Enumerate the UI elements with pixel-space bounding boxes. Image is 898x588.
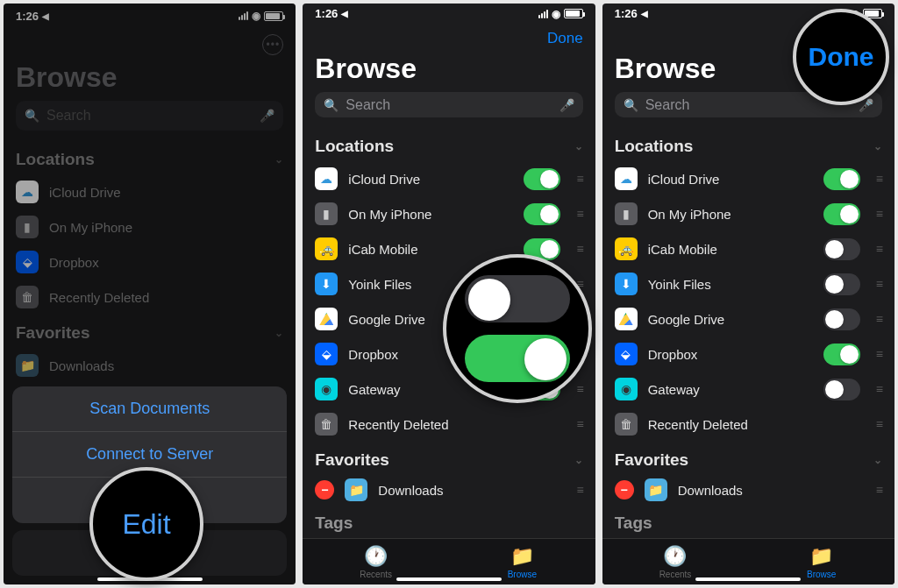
sheet-scan-documents[interactable]: Scan Documents <box>12 386 287 432</box>
remove-icon[interactable]: − <box>315 480 334 499</box>
clock-icon: 🕐 <box>663 545 687 568</box>
location-row-iphone[interactable]: ▮On My iPhone≡ <box>303 196 595 231</box>
location-label: iCab Mobile <box>648 242 813 257</box>
chevron-down-icon: ⌄ <box>574 454 583 466</box>
toggle-iphone[interactable] <box>823 203 860 225</box>
search-icon: 🔍 <box>324 98 339 112</box>
location-row-yoink[interactable]: ⬇Yoink Files≡ <box>602 266 894 301</box>
chevron-down-icon: ⌄ <box>873 140 882 152</box>
dropbox-icon: ⬙ <box>315 343 338 365</box>
drag-handle-icon[interactable]: ≡ <box>876 347 882 361</box>
icab-icon: 🚕 <box>615 237 638 260</box>
remove-icon[interactable]: − <box>615 480 634 499</box>
favorites-header[interactable]: Favorites ⌄ <box>303 442 595 475</box>
drag-handle-icon[interactable]: ≡ <box>576 417 582 431</box>
location-label: Google Drive <box>648 312 813 327</box>
status-time: 1:26 <box>615 7 638 20</box>
toggle-gdrive[interactable] <box>823 308 860 330</box>
folder-icon: 📁 <box>645 478 667 501</box>
drag-handle-icon[interactable]: ≡ <box>876 312 882 326</box>
location-row-icloud[interactable]: ☁iCloud Drive≡ <box>602 161 894 196</box>
location-icon: ◀ <box>641 9 648 18</box>
wifi-icon: ◉ <box>552 8 560 20</box>
location-label: Recently Deleted <box>348 417 513 432</box>
folder-icon: 📁 <box>510 545 534 568</box>
location-row-gdrive[interactable]: Google Drive≡ <box>602 301 894 337</box>
location-label: On My iPhone <box>648 207 813 222</box>
search-icon: 🔍 <box>624 98 638 112</box>
location-row-trash[interactable]: 🗑Recently Deleted≡ <box>303 407 595 442</box>
folder-icon: 📁 <box>809 545 833 568</box>
location-label: iCloud Drive <box>648 172 813 187</box>
chevron-down-icon: ⌄ <box>873 454 882 466</box>
status-bar: 1:26 ◀ ◉ <box>303 4 595 25</box>
dropbox-icon: ⬙ <box>615 343 638 365</box>
locations-header[interactable]: Locations ⌄ <box>602 128 894 161</box>
location-row-dropbox[interactable]: ⬙Dropbox≡ <box>602 337 894 372</box>
favorite-downloads[interactable]: − 📁 Downloads ≡ <box>602 475 894 505</box>
tags-header[interactable]: Tags <box>303 505 595 538</box>
drag-handle-icon[interactable]: ≡ <box>576 242 582 256</box>
home-indicator[interactable] <box>396 577 502 581</box>
tags-header[interactable]: Tags <box>602 505 894 538</box>
location-label: Yoink Files <box>648 277 813 292</box>
done-button[interactable]: Done <box>547 30 583 47</box>
locations-header[interactable]: Locations ⌄ <box>303 128 595 161</box>
drag-handle-icon[interactable]: ≡ <box>576 172 582 186</box>
search-field[interactable]: 🔍 Search 🎤 <box>315 92 582 117</box>
yoink-icon: ⬇ <box>315 273 338 295</box>
location-label: Dropbox <box>648 347 813 362</box>
big-toggle-on <box>465 335 570 382</box>
iphone-icon: ▮ <box>315 202 338 225</box>
folder-icon: 📁 <box>345 478 367 501</box>
home-indicator[interactable] <box>695 577 801 581</box>
clock-icon: 🕐 <box>364 545 388 568</box>
toggle-gateway[interactable] <box>823 379 860 400</box>
toggle-yoink[interactable] <box>823 273 860 295</box>
drag-handle-icon[interactable]: ≡ <box>576 483 582 497</box>
location-label: iCab Mobile <box>348 242 513 257</box>
drag-handle-icon[interactable]: ≡ <box>576 207 582 221</box>
drag-handle-icon[interactable]: ≡ <box>876 417 882 431</box>
toggle-iphone[interactable] <box>524 203 560 225</box>
favorite-downloads[interactable]: − 📁 Downloads ≡ <box>303 475 595 505</box>
status-time: 1:26 <box>315 7 338 20</box>
toggle-icloud[interactable] <box>823 168 860 190</box>
battery-icon <box>564 9 583 18</box>
mic-icon: 🎤 <box>559 98 574 112</box>
callout-edit: Edit <box>89 467 203 581</box>
search-placeholder: Search <box>346 97 552 113</box>
location-row-iphone[interactable]: ▮On My iPhone≡ <box>602 196 894 231</box>
drag-handle-icon[interactable]: ≡ <box>576 382 582 396</box>
location-label: Recently Deleted <box>648 417 813 432</box>
gateway-icon: ◉ <box>315 378 338 400</box>
icab-icon: 🚕 <box>315 237 338 260</box>
icloud-icon: ☁ <box>315 167 338 190</box>
location-label: On My iPhone <box>348 207 513 222</box>
gdrive-icon <box>615 308 638 330</box>
drag-handle-icon[interactable]: ≡ <box>876 277 882 291</box>
location-row-icab[interactable]: 🚕iCab Mobile≡ <box>303 231 595 266</box>
trash-icon: 🗑 <box>315 413 338 436</box>
drag-handle-icon[interactable]: ≡ <box>876 172 882 186</box>
toggle-icloud[interactable] <box>524 168 560 190</box>
drag-handle-icon[interactable]: ≡ <box>876 242 882 256</box>
page-title: Browse <box>303 53 595 92</box>
drag-handle-icon[interactable]: ≡ <box>876 382 882 396</box>
location-row-gateway[interactable]: ◉Gateway≡ <box>602 372 894 407</box>
drag-handle-icon[interactable]: ≡ <box>876 207 882 221</box>
drag-handle-icon[interactable]: ≡ <box>876 483 882 497</box>
iphone-icon: ▮ <box>615 202 638 225</box>
location-row-icloud[interactable]: ☁iCloud Drive≡ <box>303 161 595 196</box>
callout-toggles <box>443 254 592 403</box>
big-toggle-off <box>465 275 570 322</box>
yoink-icon: ⬇ <box>615 273 638 295</box>
location-row-trash[interactable]: 🗑Recently Deleted≡ <box>602 407 894 442</box>
favorites-header[interactable]: Favorites ⌄ <box>602 442 894 475</box>
gateway-icon: ◉ <box>615 378 638 400</box>
location-label: iCloud Drive <box>348 172 513 187</box>
toggle-dropbox[interactable] <box>823 344 860 365</box>
location-row-icab[interactable]: 🚕iCab Mobile≡ <box>602 231 894 266</box>
chevron-down-icon: ⌄ <box>574 140 583 152</box>
toggle-icab[interactable] <box>823 238 860 260</box>
